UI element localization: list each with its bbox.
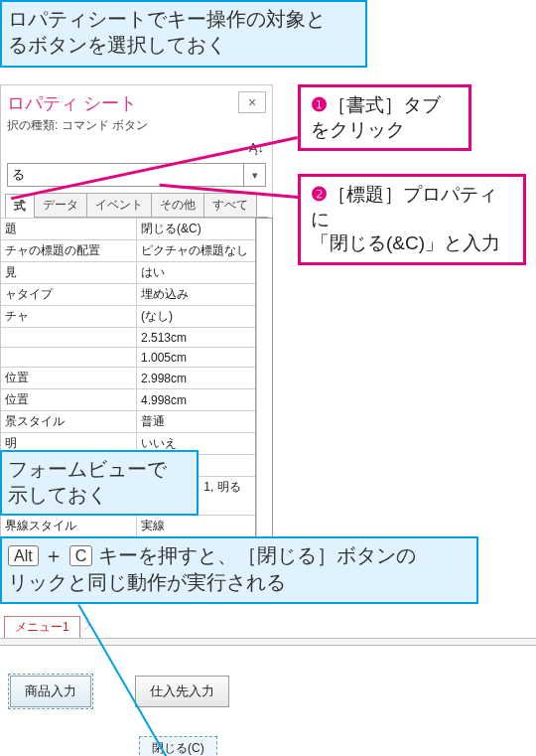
sort-button[interactable]: Ą↓ (1, 138, 272, 157)
button-suppliers[interactable]: 仕入先入力 (135, 676, 229, 707)
tab-event[interactable]: イベント (86, 193, 152, 217)
close-button[interactable]: × (238, 91, 266, 113)
callout-shortcut: Alt ＋ C キーを押すと、［閉じる］ボタンの リックと同じ動作が実行される (0, 536, 478, 604)
callout-form-view: フォームビューで 示しておく (0, 450, 199, 516)
tab-data[interactable]: データ (34, 193, 87, 217)
form-tab[interactable]: メニュー1 (4, 616, 80, 638)
key-c: C (69, 545, 93, 566)
form-view: メニュー1 商品入力 仕入先入力 閉じる(C) (0, 616, 536, 756)
selection-type-label: 択の種類: コマンド ボタン (1, 117, 272, 138)
scrollbar[interactable] (256, 219, 272, 537)
property-tabs: 式 データ イベント その他 すべて (5, 193, 268, 218)
chevron-down-icon[interactable]: ▾ (243, 164, 265, 186)
button-close[interactable]: 閉じる(C) (139, 736, 217, 756)
property-sheet-title: ロパティ シート (7, 91, 137, 115)
callout-prepare: ロパティシートでキー操作の対象と るボタンを選択しておく (0, 0, 367, 68)
prop-row-caption: 題 閉じる(&C) (1, 219, 272, 240)
button-products[interactable]: 商品入力 (10, 676, 91, 707)
tab-other[interactable]: その他 (151, 193, 204, 217)
object-selector[interactable]: る ▾ (7, 163, 266, 187)
caption-input[interactable]: 閉じる(&C) (137, 219, 257, 240)
callout-step-2: ❷［標題］プロパティに 「閉じる(&C)」と入力 (298, 174, 526, 265)
key-alt: Alt (8, 545, 39, 566)
callout-step-1: ❶［書式］タブ をクリック (298, 84, 471, 151)
tab-all[interactable]: すべて (203, 193, 257, 217)
